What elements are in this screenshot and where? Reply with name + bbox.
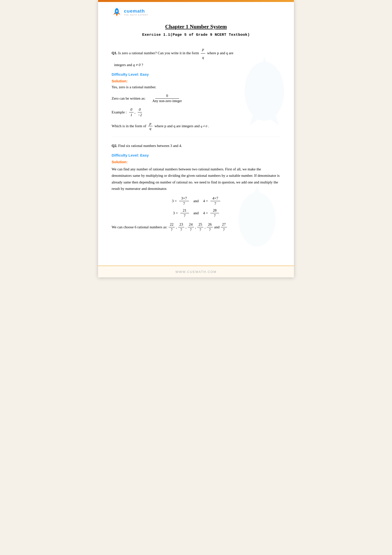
q1-comma: , <box>135 110 136 114</box>
q2-rat-frac-4: 25 7 <box>197 222 203 232</box>
q1-which-period: . <box>208 124 209 128</box>
q2-eq2-left: 3 = <box>173 211 178 215</box>
q2-eq1-and: and <box>193 199 199 203</box>
q2-rat-frac-5: 26 7 <box>207 222 213 232</box>
footer-text: WWW.CUEMATH.COM <box>175 270 217 274</box>
q2-rat-frac-2: 23 7 <box>178 222 184 232</box>
bottom-bar: WWW.CUEMATH.COM <box>98 266 294 277</box>
q2-para: We can find any number of rational numbe… <box>112 166 280 192</box>
q1-which-text1: Which is in the form of <box>112 124 146 128</box>
q1-example-label: Example : <box>112 110 127 114</box>
q2-eq1-frac2: 4×7 7 <box>210 196 220 206</box>
header: cuemath THE MATH EXPERT <box>112 7 280 17</box>
q2-eq1-right: 4 = <box>203 199 208 203</box>
q1-which-line: Which is in the form of p q where p and … <box>112 122 280 131</box>
q1-frac2: 0 −2 <box>136 107 143 117</box>
q2-and-text: and <box>214 225 220 229</box>
q1-which-condition: q ≠ 0 <box>201 124 207 128</box>
q2-rat-frac-6: 27 7 <box>221 222 227 232</box>
q1-zero-fraction-block: Zero can be written as: 0 Any non-zero i… <box>112 94 280 103</box>
q2-eq2-frac1: 21 7 <box>180 208 189 218</box>
q2-solution-label: Solution: <box>112 160 280 164</box>
q1-answer2: Zero can be written as: <box>112 96 145 101</box>
q2-eq2-and: and <box>193 211 199 215</box>
q2-text: Q2. Find six rational numbers between 3 … <box>112 142 280 149</box>
q2-choose-text: We can choose 6 rational numbers as: <box>112 225 167 229</box>
q2-difficulty: Difficulty Level: Easy <box>112 153 280 157</box>
svg-point-13 <box>116 10 118 12</box>
q1-body3: integers and <box>114 63 133 67</box>
logo-rocket-icon <box>112 7 122 17</box>
logo-text: cuemath THE MATH EXPERT <box>124 8 149 16</box>
q1-example-line: Example : 0 1 , 0 −2 <box>112 107 280 117</box>
q1-body1: Is zero a rational number? Can you write… <box>118 51 200 55</box>
q1-difficulty: Difficulty Level: Easy <box>112 72 280 76</box>
q2-eq2-row: 3 = 21 7 and 4 = 28 7 <box>112 208 280 218</box>
q1-text: Q1. Is zero a rational number? Can you w… <box>112 46 280 69</box>
question-1-block: Q1. Is zero a rational number? Can you w… <box>112 46 280 131</box>
q1-which-text2: where p and q are integers and <box>154 124 200 128</box>
chapter-title: Chapter 1 Number System <box>112 23 280 30</box>
q2-eq2-right: 4 = <box>203 211 208 215</box>
q1-question-mark: ? <box>141 63 143 67</box>
q2-eq2-frac2: 28 7 <box>210 208 219 218</box>
q1-fraction-pq: p q <box>201 46 205 61</box>
q1-solution-label: Solution: <box>112 79 280 83</box>
q2-number: Q2. <box>112 144 117 148</box>
q1-body2: where p and q are <box>207 51 233 55</box>
q2-eq1-row: 3 = 3×7 7 and 4 = 4×7 7 <box>112 196 280 206</box>
q1-frac1: 0 1 <box>129 107 134 117</box>
q1-zero-fraction: 0 Any non-zero integer <box>150 94 184 103</box>
logo-tagline: THE MATH EXPERT <box>124 14 149 16</box>
exercise-title: Exercise 1.1(Page 5 of Grade 9 NCERT Tex… <box>112 33 280 37</box>
logo-container: cuemath THE MATH EXPERT <box>112 7 149 17</box>
question-2-block: Q2. Find six rational numbers between 3 … <box>112 142 280 232</box>
q2-rat-frac-3: 24 7 <box>188 222 194 232</box>
q1-answer1: Yes, zero is a rational number. <box>112 85 280 89</box>
q2-rat-frac-1: 22 7 <box>169 222 175 232</box>
q2-choose-line: We can choose 6 rational numbers as: 22 … <box>112 222 280 232</box>
q2-eq1-frac1: 3×7 7 <box>179 196 189 206</box>
q2-body: Find six rational numbers between 3 and … <box>118 144 182 148</box>
q1-number: Q1. <box>112 51 117 55</box>
q1-condition: q ≠ 0 <box>133 63 141 67</box>
q1-pq-frac: p q <box>148 122 153 131</box>
q2-eq1-left: 3 = <box>172 199 177 203</box>
logo-name: cuemath <box>124 8 149 14</box>
